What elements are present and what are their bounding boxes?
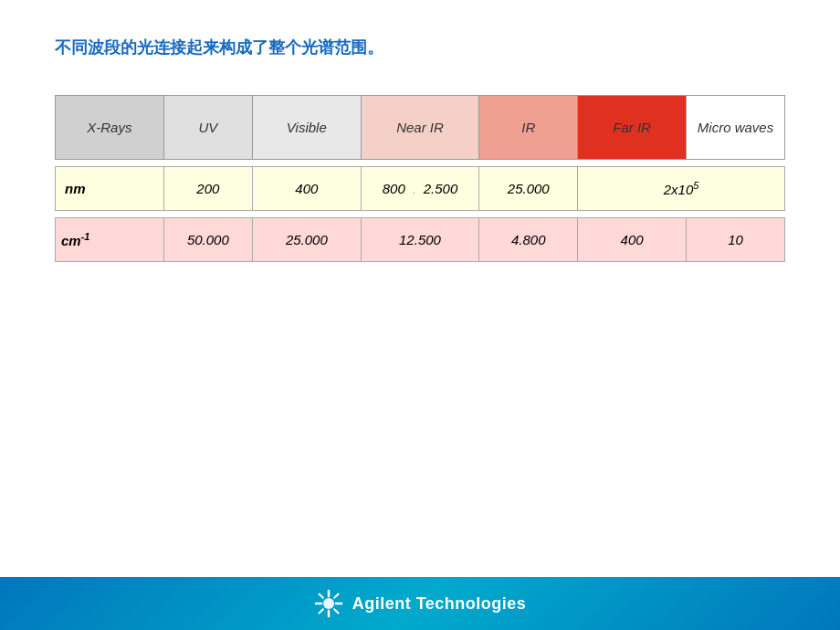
spacer-1 [56,160,785,167]
header-micro: Micro waves [687,96,785,160]
cm-val-4: 400 [578,218,687,262]
svg-line-5 [319,594,322,598]
cm-val-1: 25.000 [252,218,361,262]
svg-line-8 [319,609,322,613]
footer-logo: Agilent Technologies [314,589,527,618]
nm-row: nm 200 400 800 . 2.500 25.000 2x105 [56,167,785,211]
nm-unit: nm [56,167,164,211]
agilent-logo-icon [314,589,343,618]
cm-val-5: 10 [687,218,785,262]
svg-point-0 [323,598,334,609]
nm-val-0: 200 [163,167,252,211]
header-row: X-Rays UV Visible Near IR IR Far IR [56,96,785,160]
page-title: 不同波段的光连接起来构成了整个光谱范围。 [55,37,785,58]
cm-row: cm-1 50.000 25.000 12.500 4.800 400 [56,218,785,262]
nm-val-2: 800 . 2.500 [361,167,479,211]
cm-val-3: 4.800 [479,218,578,262]
cm-unit: cm-1 [56,218,164,262]
footer-brand-text: Agilent Technologies [352,594,527,614]
cm-val-2: 12.500 [361,218,479,262]
header-uv: UV [163,96,252,160]
header-nearir: Near IR [361,96,479,160]
header-visible: Visible [252,96,361,160]
cm-val-0: 50.000 [163,218,252,262]
header-ir: IR [479,96,578,160]
svg-line-7 [334,594,338,598]
nm-val-1: 400 [252,167,361,211]
spectrum-table: X-Rays UV Visible Near IR IR Far IR [55,95,785,262]
nm-val-3: 25.000 [479,167,578,211]
main-content: 不同波段的光连接起来构成了整个光谱范围。 X-Rays UV Visible N… [0,0,840,262]
svg-line-6 [334,609,338,613]
nm-val-4: 2x105 [578,167,785,211]
footer: Agilent Technologies [0,577,840,630]
header-farir: Far IR [578,96,687,160]
header-xrays: X-Rays [56,96,164,160]
spacer-2 [56,211,785,218]
